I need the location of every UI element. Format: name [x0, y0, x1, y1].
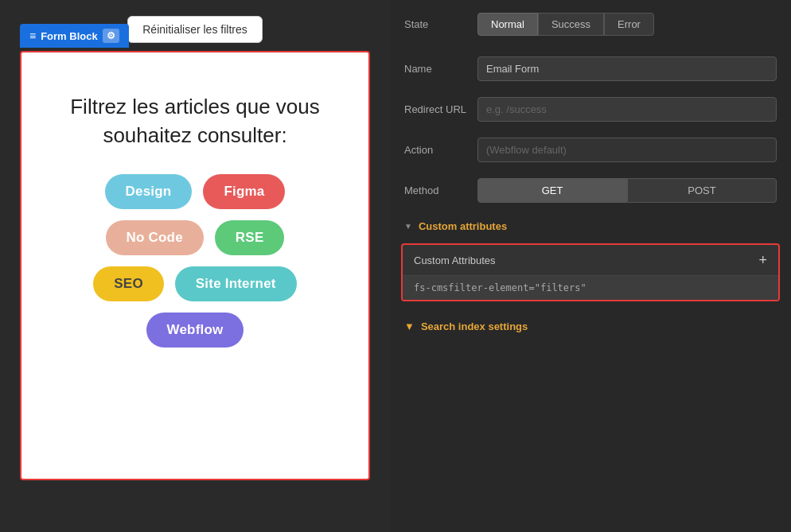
form-block-label: Form Block	[41, 30, 98, 42]
state-normal-button[interactable]: Normal	[477, 13, 538, 36]
custom-attrs-section-header[interactable]: ▼ Custom attributes	[390, 211, 791, 239]
action-label: Action	[404, 144, 468, 156]
canvas-area: ≡ Form Block ⚙ Filtrez les articles que …	[20, 51, 370, 480]
reset-filters-button[interactable]: Réinitialiser les filtres	[127, 16, 262, 43]
method-label: Method	[404, 184, 468, 196]
tags-row-3: SEO Site Internet	[93, 266, 296, 301]
tags-row-4: Webflow	[146, 313, 244, 348]
tag-webflow-button[interactable]: Webflow	[146, 313, 244, 348]
search-index-section-header[interactable]: ▼ Search index settings	[390, 311, 791, 339]
attr-value: fs-cmsfilter-element="filters"	[403, 275, 778, 300]
add-attribute-button[interactable]: +	[758, 253, 767, 267]
state-row: State Normal Success Error	[390, 0, 791, 49]
name-input[interactable]	[477, 56, 777, 81]
tag-figma-button[interactable]: Figma	[203, 174, 285, 209]
state-buttons: Normal Success Error	[477, 13, 654, 36]
method-buttons: GET POST	[477, 178, 777, 203]
state-success-button[interactable]: Success	[538, 13, 604, 36]
tags-row-1: Design Figma	[105, 174, 286, 209]
custom-attrs-box: Custom Attributes + fs-cmsfilter-element…	[401, 243, 780, 301]
method-get-button[interactable]: GET	[477, 178, 627, 203]
state-error-button[interactable]: Error	[604, 13, 654, 36]
gear-icon[interactable]: ⚙	[103, 29, 119, 43]
name-row: Name	[390, 49, 791, 89]
redirect-label: Redirect URL	[404, 103, 468, 115]
redirect-input[interactable]	[477, 97, 777, 122]
method-row: Method GET POST	[390, 170, 791, 211]
tags-row-2: No Code RSE	[106, 220, 285, 255]
custom-attrs-title: Custom Attributes	[414, 254, 496, 266]
lines-icon: ≡	[29, 29, 36, 42]
action-input[interactable]	[477, 138, 777, 162]
method-post-button[interactable]: POST	[627, 178, 777, 203]
chevron-icon: ▼	[404, 222, 412, 231]
name-label: Name	[404, 63, 468, 75]
form-block-tab[interactable]: ≡ Form Block ⚙	[20, 24, 129, 48]
tag-site-button[interactable]: Site Internet	[175, 266, 297, 301]
left-panel: Réinitialiser les filtres ≡ Form Block ⚙…	[0, 0, 390, 532]
custom-attrs-header: Custom Attributes +	[403, 245, 778, 275]
tag-nocode-button[interactable]: No Code	[106, 220, 204, 255]
tag-rse-button[interactable]: RSE	[215, 220, 285, 255]
search-section-label: Search index settings	[421, 320, 528, 332]
filter-title: Filtrez les articles que vous souhaitez …	[21, 92, 368, 150]
tag-seo-button[interactable]: SEO	[93, 266, 164, 301]
custom-attrs-section-label: Custom attributes	[419, 220, 507, 232]
reset-filters-label: Réinitialiser les filtres	[142, 23, 247, 36]
state-label: State	[404, 18, 468, 30]
action-row: Action	[390, 130, 791, 170]
tag-design-button[interactable]: Design	[105, 174, 193, 209]
redirect-row: Redirect URL	[390, 89, 791, 130]
right-panel: State Normal Success Error Name Redirect…	[390, 0, 791, 532]
tags-grid: Design Figma No Code RSE SEO Site Intern…	[21, 174, 368, 348]
chevron-icon-2: ▼	[404, 320, 415, 332]
